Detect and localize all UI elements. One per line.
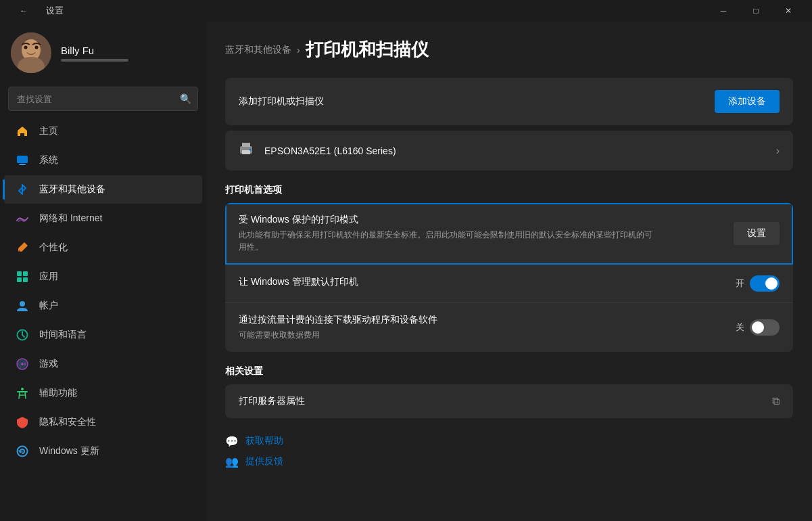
breadcrumb-parent: 蓝牙和其他设备 — [225, 44, 291, 56]
bottom-link-提供反馈[interactable]: 👥 提供反馈 — [225, 455, 793, 468]
sidebar-item-accounts[interactable]: 帐户 — [4, 292, 202, 320]
pref-text-windows-manage: 让 Windows 管理默认打印机 — [239, 276, 736, 291]
printer-icon — [239, 141, 254, 160]
maximize-button[interactable]: □ — [740, 0, 771, 22]
sidebar-item-personalization[interactable]: 个性化 — [4, 233, 202, 262]
titlebar-controls: ─ □ ✕ — [708, 0, 804, 22]
app-body: Billy Fu 🔍 主页系统蓝牙和其他设备网络和 Internet个性化应用帐… — [0, 22, 812, 521]
toggle-knob-windows-manage — [765, 277, 778, 290]
svg-rect-10 — [17, 277, 22, 282]
system-nav-icon — [15, 153, 30, 168]
svg-rect-22 — [242, 143, 250, 147]
pref-desc-metered-connection: 可能需要收取数据费用 — [239, 329, 658, 341]
sidebar-item-label-bluetooth: 蓝牙和其他设备 — [39, 183, 105, 196]
sidebar-item-apps[interactable]: 应用 — [4, 263, 202, 291]
sidebar-item-gaming[interactable]: 游戏 — [4, 350, 202, 378]
accessibility-nav-icon — [15, 386, 30, 401]
svg-point-3 — [24, 46, 28, 49]
bottom-link-label[interactable]: 提供反馈 — [245, 455, 283, 468]
time-nav-icon — [15, 327, 30, 342]
user-section[interactable]: Billy Fu — [0, 22, 206, 81]
minimize-button[interactable]: ─ — [708, 0, 739, 22]
preferences-title: 打印机首选项 — [225, 184, 793, 196]
svg-rect-8 — [17, 271, 22, 276]
titlebar: ← 设置 ─ □ ✕ — [0, 0, 812, 22]
sidebar-item-system[interactable]: 系统 — [4, 146, 202, 175]
external-link-icon: ⧉ — [772, 395, 780, 407]
update-nav-icon — [15, 444, 30, 459]
personalization-nav-icon — [15, 240, 30, 255]
privacy-nav-icon — [15, 415, 30, 430]
printer-row[interactable]: EPSON3A52E1 (L6160 Series) › — [225, 131, 793, 171]
avatar — [11, 32, 51, 73]
network-nav-icon — [15, 211, 30, 226]
sidebar-item-network[interactable]: 网络和 Internet — [4, 204, 202, 233]
svg-point-12 — [20, 301, 25, 307]
sidebar-item-update[interactable]: Windows 更新 — [4, 437, 202, 466]
related-title: 相关设置 — [225, 365, 793, 378]
bottom-link-icon: 💬 — [225, 434, 239, 448]
sidebar-item-label-gaming: 游戏 — [39, 358, 58, 370]
related-item[interactable]: 打印服务器属性 ⧉ — [225, 384, 793, 418]
sidebar-item-accessibility[interactable]: 辅助功能 — [4, 379, 202, 407]
related-label: 打印服务器属性 — [239, 395, 305, 407]
pref-title-windows-manage: 让 Windows 管理默认打印机 — [239, 276, 736, 288]
pref-text-metered-connection: 通过按流量计费的连接下载驱动程序和设备软件 可能需要收取数据费用 — [239, 314, 736, 341]
toggle-knob-metered-connection — [752, 321, 764, 334]
bottom-link-label[interactable]: 获取帮助 — [245, 435, 283, 447]
sidebar-item-home[interactable]: 主页 — [4, 117, 202, 145]
gaming-nav-icon — [15, 357, 30, 371]
back-button[interactable]: ← — [8, 0, 39, 22]
breadcrumb: 蓝牙和其他设备 › 打印机和扫描仪 — [225, 38, 793, 62]
add-device-card: 添加打印机或扫描仪 添加设备 — [225, 78, 793, 125]
content: 蓝牙和其他设备 › 打印机和扫描仪 添加打印机或扫描仪 添加设备 EPSON3A… — [206, 22, 812, 521]
add-device-button[interactable]: 添加设备 — [715, 90, 780, 113]
toggle-group-metered-connection: 关 — [736, 319, 780, 336]
related-card: 打印服务器属性 ⧉ — [225, 384, 793, 418]
pref-item-windows-manage: 让 Windows 管理默认打印机 开 — [225, 265, 793, 303]
sidebar-item-privacy[interactable]: 隐私和安全性 — [4, 408, 202, 436]
close-button[interactable]: ✕ — [773, 0, 804, 22]
user-info: Billy Fu — [61, 45, 128, 62]
bottom-link-icon: 👥 — [225, 455, 239, 468]
sidebar-item-label-time: 时间和语言 — [39, 329, 87, 341]
breadcrumb-sep: › — [297, 45, 300, 55]
toggle-label-windows-manage: 开 — [736, 277, 744, 290]
search-box: 🔍 — [8, 87, 198, 111]
user-bar — [61, 59, 128, 62]
sidebar-item-label-personalization: 个性化 — [39, 242, 68, 254]
svg-point-18 — [24, 364, 26, 365]
sidebar: Billy Fu 🔍 主页系统蓝牙和其他设备网络和 Internet个性化应用帐… — [0, 22, 206, 521]
sidebar-nav: 主页系统蓝牙和其他设备网络和 Internet个性化应用帐户时间和语言游戏辅助功… — [0, 116, 206, 466]
accounts-nav-icon — [15, 298, 30, 313]
search-input[interactable] — [8, 87, 198, 111]
pref-text-windows-protected: 受 Windows 保护的打印模式 此功能有助于确保采用打印机软件的最新安全标准… — [239, 214, 720, 253]
toggle-metered-connection[interactable] — [750, 319, 780, 336]
page-title: 打印机和扫描仪 — [306, 38, 429, 62]
bottom-links: 💬 获取帮助 👥 提供反馈 — [225, 434, 793, 468]
add-device-label: 添加打印机或扫描仪 — [239, 95, 324, 108]
svg-rect-11 — [23, 277, 28, 282]
apps-nav-icon — [15, 269, 30, 284]
sidebar-item-bluetooth[interactable]: 蓝牙和其他设备 — [4, 175, 202, 204]
titlebar-title: 设置 — [46, 5, 64, 17]
sidebar-item-label-apps: 应用 — [39, 271, 58, 283]
svg-rect-23 — [242, 150, 250, 154]
sidebar-item-label-accessibility: 辅助功能 — [39, 387, 77, 399]
toggle-windows-manage[interactable] — [750, 275, 780, 292]
printer-name: EPSON3A52E1 (L6160 Series) — [264, 145, 765, 156]
printers-card: EPSON3A52E1 (L6160 Series) › — [225, 131, 793, 171]
bluetooth-nav-icon — [15, 182, 30, 197]
pref-item-windows-protected: 受 Windows 保护的打印模式 此功能有助于确保采用打印机软件的最新安全标准… — [225, 203, 793, 265]
sidebar-item-time[interactable]: 时间和语言 — [4, 321, 202, 349]
svg-point-24 — [249, 149, 252, 151]
sidebar-item-label-update: Windows 更新 — [39, 445, 99, 457]
user-name: Billy Fu — [61, 45, 128, 56]
settings-button-windows-protected[interactable]: 设置 — [734, 222, 780, 245]
svg-rect-7 — [19, 164, 26, 165]
toggle-label-metered-connection: 关 — [736, 321, 744, 334]
svg-rect-9 — [23, 271, 28, 276]
pref-title-metered-connection: 通过按流量计费的连接下载驱动程序和设备软件 — [239, 314, 736, 326]
bottom-link-获取帮助[interactable]: 💬 获取帮助 — [225, 434, 793, 448]
sidebar-item-label-system: 系统 — [39, 154, 58, 166]
